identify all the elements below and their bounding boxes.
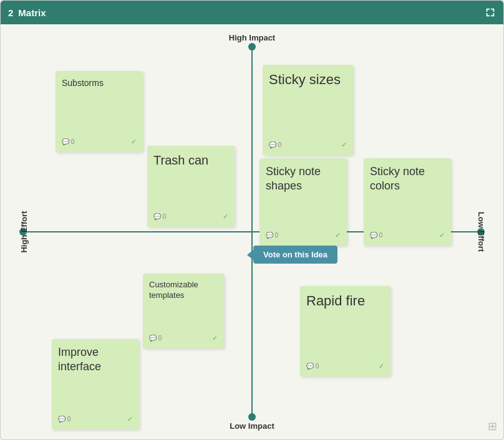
comment-icon: 💬 0: [266, 232, 278, 239]
sticky-footer: 💬 0 ✓: [58, 415, 133, 423]
comment-icon: 💬 0: [306, 363, 319, 370]
sticky-text: Sticky note colors: [370, 165, 445, 194]
sticky-trash-can[interactable]: Trash can 💬 0 ✓: [147, 146, 235, 227]
comment-icon: 💬 0: [62, 138, 74, 145]
sticky-text: Improve interface: [58, 345, 133, 375]
matrix-window: 2 Matrix High Impact Low Impact High Eff…: [0, 0, 504, 440]
sticky-customizable-templates[interactable]: Customizable templates 💬 0 ✓: [143, 274, 224, 348]
sticky-improve-interface[interactable]: Improve interface 💬 0 ✓: [52, 339, 139, 429]
sticky-note-shapes[interactable]: Sticky note shapes 💬 0 ✓: [259, 158, 347, 246]
sticky-icons: 💬 0: [370, 232, 382, 239]
sticky-text: Trash can: [153, 152, 228, 168]
window-title: Matrix: [18, 7, 46, 18]
sticky-footer: 💬 0 ✓: [306, 362, 384, 370]
sticky-icons: 💬 0: [306, 363, 319, 370]
titlebar: 2 Matrix: [1, 1, 503, 24]
axis-dot-bottom: [248, 413, 256, 421]
sticky-text: Customizable templates: [149, 280, 218, 301]
axis-vertical: [251, 43, 253, 421]
axis-label-bottom: Low Impact: [230, 421, 274, 431]
sticky-icons: 💬 0: [266, 232, 278, 239]
sticky-icons: 💬 0: [149, 335, 162, 342]
check-icon: ✓: [212, 334, 218, 342]
sticky-icons: 💬 0: [153, 213, 166, 220]
sticky-sticky-sizes[interactable]: Sticky sizes 💬 0 ✓: [263, 65, 353, 155]
check-icon: ✓: [223, 213, 228, 221]
check-icon: ✓: [439, 231, 445, 239]
sticky-footer: 💬 0 ✓: [269, 141, 347, 149]
check-icon: ✓: [379, 362, 384, 370]
sticky-footer: 💬 0 ✓: [62, 138, 137, 146]
check-icon: ✓: [127, 415, 133, 423]
comment-icon: 💬 0: [58, 416, 70, 423]
sticky-text: Rapid fire: [306, 292, 384, 310]
sticky-rapid-fire[interactable]: Rapid fire 💬 0 ✓: [300, 286, 390, 376]
sticky-icons: 💬 0: [58, 416, 70, 423]
axis-dot-top: [248, 43, 256, 50]
comment-icon: 💬 0: [153, 213, 166, 220]
comment-icon: 💬 0: [269, 141, 281, 148]
grid-watermark: ⊞: [488, 419, 497, 433]
axis-label-left: High Effort: [19, 211, 29, 252]
check-icon: ✓: [131, 138, 137, 146]
sticky-footer: 💬 0 ✓: [153, 213, 228, 221]
axis-label-top: High Impact: [229, 33, 275, 42]
sticky-text: Sticky note shapes: [266, 165, 341, 194]
sticky-substorms[interactable]: Substorms 💬 0 ✓: [56, 71, 143, 152]
check-icon: ✓: [335, 231, 341, 239]
vote-button[interactable]: Vote on this Idea: [253, 246, 337, 264]
sticky-icons: 💬 0: [269, 141, 281, 148]
sticky-icons: 💬 0: [62, 138, 74, 145]
sticky-note-colors[interactable]: Sticky note colors 💬 0 ✓: [364, 158, 451, 246]
titlebar-left: 2 Matrix: [8, 7, 46, 18]
matrix-area: High Impact Low Impact High Effort Low E…: [1, 24, 503, 439]
sticky-footer: 💬 0 ✓: [266, 231, 341, 239]
axis-label-right: Low Effort: [476, 212, 485, 252]
check-icon: ✓: [341, 141, 347, 149]
sticky-text: Substorms: [62, 77, 137, 88]
sticky-footer: 💬 0 ✓: [370, 231, 445, 239]
sticky-footer: 💬 0 ✓: [149, 334, 218, 342]
window-number: 2: [8, 7, 13, 18]
sticky-text: Sticky sizes: [269, 71, 347, 89]
expand-icon[interactable]: [485, 7, 496, 18]
comment-icon: 💬 0: [370, 232, 382, 239]
comment-icon: 💬 0: [149, 335, 162, 342]
